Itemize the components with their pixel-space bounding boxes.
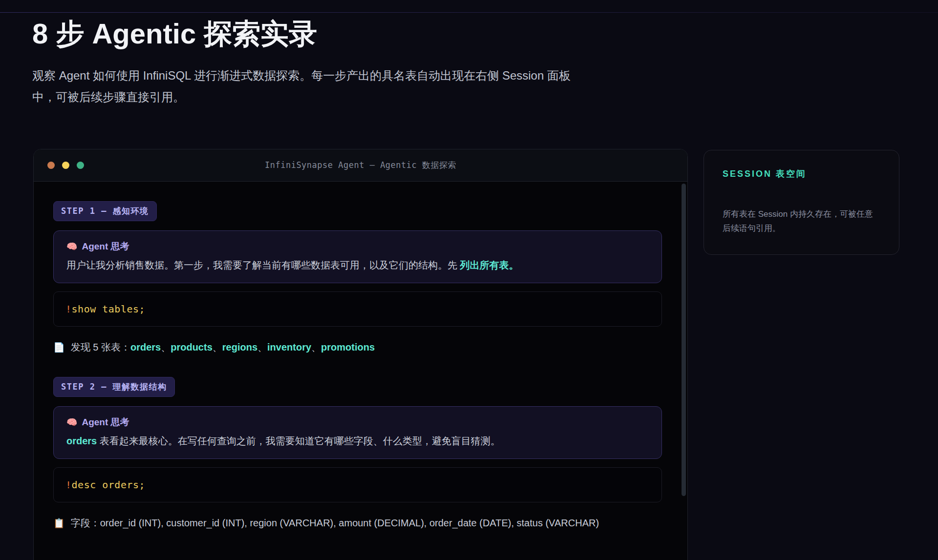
result-text: 字段：order_id (INT), customer_id (INT), re… — [71, 516, 599, 530]
result-icon: 📄 — [53, 341, 65, 354]
result-icon: 📋 — [53, 517, 65, 530]
traffic-light-close-button[interactable] — [47, 162, 55, 169]
brain-icon: 🧠 — [66, 241, 77, 252]
command-token: desc orders; — [72, 479, 146, 491]
highlight-text: products — [171, 342, 213, 353]
terminal-content: STEP 1 — 感知环境 🧠 Agent 思考 用户让我分析销售数据。第一步，… — [34, 182, 687, 530]
agent-thought-box: 🧠 Agent 思考 用户让我分析销售数据。第一步，我需要了解当前有哪些数据表可… — [53, 230, 662, 283]
command-token: show tables; — [72, 303, 146, 315]
traffic-light-minimize-button[interactable] — [62, 162, 69, 169]
hero-section: 8 步 Agentic 探索实录 观察 Agent 如何使用 InfiniSQL… — [32, 18, 716, 108]
plain-text: 、 — [257, 342, 267, 353]
sql-code-block: !show tables; — [53, 291, 662, 327]
plain-text: 、 — [161, 342, 171, 353]
highlight-text: 列出所有表。 — [460, 260, 519, 270]
session-panel: SESSION 表空间 所有表在 Session 内持久存在，可被任意后续语句引… — [704, 150, 899, 255]
highlight-text: promotions — [321, 342, 375, 353]
plain-text: 、 — [213, 342, 222, 353]
step-section: STEP 2 — 理解数据结构 🧠 Agent 思考 orders 表看起来最核… — [53, 377, 662, 530]
step-section: STEP 1 — 感知环境 🧠 Agent 思考 用户让我分析销售数据。第一步，… — [53, 201, 662, 354]
result-text: 发现 5 张表：orders、products、regions、inventor… — [71, 340, 375, 354]
sql-code-block: !desc orders; — [53, 467, 662, 502]
bang-token: ! — [65, 479, 72, 491]
traffic-light-zoom-button[interactable] — [77, 162, 84, 169]
plain-text: 发现 5 张表： — [71, 342, 130, 353]
page-title: 8 步 Agentic 探索实录 — [32, 18, 716, 50]
plain-text: 、 — [311, 342, 321, 353]
agent-thought-text: orders 表看起来最核心。在写任何查询之前，我需要知道它有哪些字段、什么类型… — [66, 434, 649, 448]
result-line: 📋 字段：order_id (INT), customer_id (INT), … — [53, 516, 662, 530]
bang-token: ! — [65, 303, 72, 315]
terminal-header: InfiniSynapse Agent — Agentic 数据探索 — [34, 149, 687, 182]
traffic-lights — [47, 162, 84, 169]
session-panel-note: 所有表在 Session 内持久存在，可被任意后续语句引用。 — [723, 207, 880, 235]
agent-thought-text: 用户让我分析销售数据。第一步，我需要了解当前有哪些数据表可用，以及它们的结构。先… — [66, 258, 649, 272]
agent-thought-label: Agent 思考 — [82, 416, 129, 428]
session-panel-title: SESSION 表空间 — [723, 168, 880, 180]
terminal-scrollbar[interactable] — [682, 184, 686, 496]
result-line: 📄 发现 5 张表：orders、products、regions、invent… — [53, 340, 662, 354]
plain-text: 用户让我分析销售数据。第一步，我需要了解当前有哪些数据表可用，以及它们的结构。先 — [66, 260, 460, 270]
agent-thought-label: Agent 思考 — [82, 241, 129, 252]
agent-thought-header: 🧠 Agent 思考 — [66, 416, 649, 428]
plain-text: 表看起来最核心。在写任何查询之前，我需要知道它有哪些字段、什么类型，避免盲目猜测… — [97, 436, 500, 446]
page-subtitle: 观察 Agent 如何使用 InfiniSQL 进行渐进式数据探索。每一步产出的… — [32, 65, 575, 108]
step-badge: STEP 2 — 理解数据结构 — [53, 377, 175, 397]
agent-thought-box: 🧠 Agent 思考 orders 表看起来最核心。在写任何查询之前，我需要知道… — [53, 406, 662, 459]
highlight-text: orders — [66, 436, 97, 446]
terminal-window: InfiniSynapse Agent — Agentic 数据探索 STEP … — [33, 149, 688, 560]
highlight-text: inventory — [267, 342, 311, 353]
section-divider — [0, 12, 938, 13]
agent-thought-header: 🧠 Agent 思考 — [66, 241, 649, 252]
plain-text: 字段：order_id (INT), customer_id (INT), re… — [71, 518, 599, 528]
brain-icon: 🧠 — [66, 416, 77, 428]
terminal-title: InfiniSynapse Agent — Agentic 数据探索 — [84, 160, 637, 171]
highlight-text: regions — [222, 342, 257, 353]
step-badge: STEP 1 — 感知环境 — [53, 201, 157, 221]
highlight-text: orders — [130, 342, 161, 353]
